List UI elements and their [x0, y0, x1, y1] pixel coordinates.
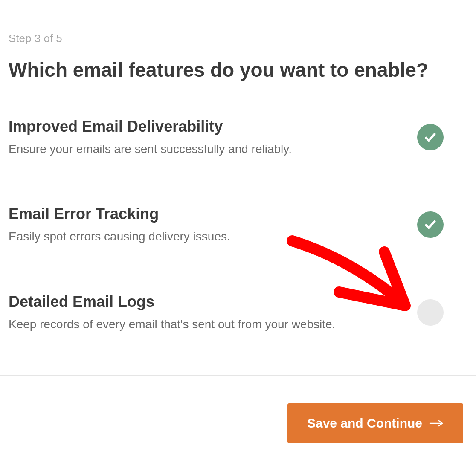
- features-list: Improved Email Deliverability Ensure you…: [9, 92, 467, 356]
- feature-row-email-logs: Detailed Email Logs Keep records of ever…: [9, 293, 444, 356]
- footer-divider: [0, 375, 476, 376]
- feature-row-deliverability: Improved Email Deliverability Ensure you…: [9, 118, 444, 181]
- save-button-label: Save and Continue: [307, 416, 422, 431]
- feature-desc: Ensure your emails are sent successfully…: [9, 142, 409, 157]
- save-continue-button[interactable]: Save and Continue: [287, 403, 463, 443]
- footer: Save and Continue: [287, 403, 463, 443]
- feature-text: Email Error Tracking Easily spot errors …: [9, 205, 417, 244]
- feature-desc: Keep records of every email that's sent …: [9, 317, 409, 332]
- feature-text: Detailed Email Logs Keep records of ever…: [9, 293, 417, 332]
- feature-title: Detailed Email Logs: [9, 293, 409, 311]
- feature-row-error-tracking: Email Error Tracking Easily spot errors …: [9, 205, 444, 269]
- toggle-error-tracking[interactable]: [417, 211, 444, 238]
- arrow-right-icon: [429, 419, 444, 428]
- step-label: Step 3 of 5: [9, 32, 467, 45]
- feature-title: Improved Email Deliverability: [9, 118, 409, 136]
- toggle-email-logs[interactable]: [417, 299, 444, 326]
- feature-text: Improved Email Deliverability Ensure you…: [9, 118, 417, 157]
- toggle-deliverability[interactable]: [417, 124, 444, 150]
- check-icon: [424, 131, 437, 144]
- page-title: Which email features do you want to enab…: [9, 59, 444, 92]
- check-icon: [424, 218, 437, 231]
- feature-title: Email Error Tracking: [9, 205, 409, 223]
- feature-desc: Easily spot errors causing delivery issu…: [9, 229, 409, 244]
